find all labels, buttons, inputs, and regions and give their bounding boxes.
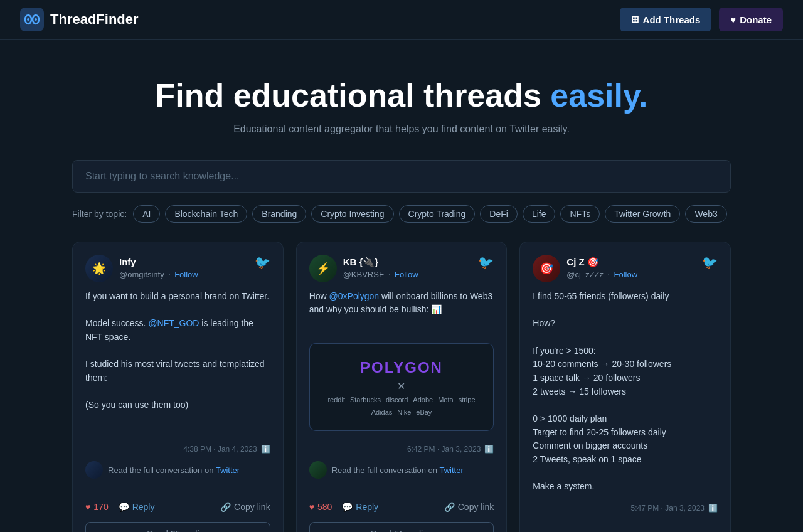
- copy-label: Copy link: [234, 502, 270, 512]
- reply-action[interactable]: 💬 Reply: [342, 502, 378, 512]
- tweet-card: ⚡ KB {🔌} @KBVRSE · Follow 🐦 How @0xPolyg…: [296, 242, 508, 532]
- tweet-image: POLYGON ✕ redditStarbucksdiscord AdobeMe…: [309, 343, 494, 431]
- convo-avatar: [85, 461, 103, 479]
- card-body: I find 50-65 friends (followers) dailyHo…: [533, 290, 718, 494]
- user-handle: @cj_zZZz: [566, 270, 604, 279]
- hero-section: Find educational threads easily. Educati…: [0, 40, 803, 160]
- polygon-logo: POLYGON: [360, 359, 443, 376]
- copy-link-action[interactable]: 🔗 Copy link: [444, 502, 494, 512]
- search-input[interactable]: [72, 160, 731, 193]
- donate-button[interactable]: ♥ Donate: [719, 8, 783, 31]
- read-convo-link[interactable]: Twitter: [439, 466, 463, 475]
- like-action[interactable]: ♥ 580: [309, 502, 332, 512]
- separator: [309, 489, 494, 489]
- search-container: [60, 160, 743, 193]
- filter-tag[interactable]: AI: [133, 205, 160, 223]
- reply-action[interactable]: 💬 Reply: [119, 502, 155, 512]
- avatar: ⚡: [309, 255, 337, 282]
- card-body: How @0xPolygon will onboard billions to …: [309, 290, 494, 332]
- user-name: Infy: [119, 257, 198, 267]
- filter-tag[interactable]: Life: [523, 205, 556, 223]
- card-actions: ♥ 170 💬 Reply 🔗 Copy link: [85, 502, 270, 512]
- add-threads-label: Add Threads: [643, 14, 701, 25]
- filter-label: Filter by topic:: [72, 209, 127, 219]
- card-timestamp: 4:38 PM · Jan 4, 2023 ℹ️: [85, 445, 270, 454]
- filter-tag[interactable]: Web3: [685, 205, 726, 223]
- heart-icon: ♥: [309, 502, 314, 512]
- avatar: 🎯: [533, 255, 560, 282]
- logo-text: ThreadFinder: [50, 11, 139, 28]
- card-user: 🌟 Infy @omgitsinfy · Follow: [85, 255, 198, 282]
- read-replies-button[interactable]: Read 25 replies: [85, 522, 270, 532]
- follow-link[interactable]: Follow: [614, 270, 637, 279]
- tweet-card: 🌟 Infy @omgitsinfy · Follow 🐦 If you wan…: [72, 242, 284, 532]
- tweet-card: 🎯 Cj Z 🎯 @cj_zZZz · Follow 🐦 I find 50-6…: [519, 242, 731, 532]
- user-info: Cj Z 🎯 @cj_zZZz · Follow: [566, 257, 637, 280]
- link-icon: 🔗: [444, 502, 455, 512]
- card-user: 🎯 Cj Z 🎯 @cj_zZZz · Follow: [533, 255, 637, 282]
- card-user: ⚡ KB {🔌} @KBVRSE · Follow: [309, 255, 418, 282]
- user-name: Cj Z 🎯: [566, 257, 637, 268]
- user-handle: @omgitsinfy: [119, 270, 164, 279]
- twitter-icon: 🐦: [255, 255, 270, 270]
- reply-icon: 💬: [342, 502, 353, 512]
- follow-link[interactable]: Follow: [174, 270, 198, 279]
- user-info: KB {🔌} @KBVRSE · Follow: [343, 257, 418, 280]
- read-replies-button[interactable]: Read 51 replies: [309, 522, 494, 532]
- card-actions: ♥ 580 💬 Reply 🔗 Copy link: [309, 502, 494, 512]
- heart-donate-icon: ♥: [730, 14, 736, 25]
- copy-label: Copy link: [458, 502, 494, 512]
- read-convo-row: Read the full conversation on Twitter: [309, 461, 494, 479]
- reply-label: Reply: [132, 502, 155, 512]
- card-header: 🌟 Infy @omgitsinfy · Follow 🐦: [85, 255, 270, 282]
- reply-label: Reply: [356, 502, 378, 512]
- card-timestamp: 6:42 PM · Jan 3, 2023 ℹ️: [309, 445, 494, 454]
- heart-icon: ♥: [85, 502, 90, 512]
- logo-icon: [20, 8, 44, 31]
- cards-grid: 🌟 Infy @omgitsinfy · Follow 🐦 If you wan…: [60, 242, 743, 532]
- read-convo-link[interactable]: Twitter: [216, 466, 240, 475]
- header-buttons: ⊞ Add Threads ♥ Donate: [620, 8, 783, 31]
- timestamp-text: 4:38 PM · Jan 4, 2023: [183, 445, 257, 454]
- info-icon: ℹ️: [708, 504, 718, 513]
- logo-area: ThreadFinder: [20, 8, 139, 31]
- filter-tags: AIBlockchain TechBrandingCrypto Investin…: [133, 205, 727, 223]
- card-timestamp: 5:47 PM · Jan 3, 2023 ℹ️: [533, 504, 718, 513]
- like-action[interactable]: ♥ 170: [85, 502, 109, 512]
- timestamp-text: 5:47 PM · Jan 3, 2023: [631, 504, 705, 513]
- read-convo-row: Read the full conversation on Twitter: [85, 461, 270, 479]
- filter-tag[interactable]: Twitter Growth: [605, 205, 680, 223]
- link-icon: 🔗: [220, 502, 231, 512]
- user-name: KB {🔌}: [343, 257, 418, 268]
- filter-tag[interactable]: Blockchain Tech: [165, 205, 247, 223]
- hero-subtitle: Educational content aggregator that help…: [13, 124, 790, 135]
- twitter-icon: 🐦: [478, 255, 494, 270]
- filter-tag[interactable]: NFTs: [560, 205, 600, 223]
- hero-title: Find educational threads easily.: [13, 77, 790, 115]
- timestamp-text: 6:42 PM · Jan 3, 2023: [407, 445, 481, 454]
- svg-point-4: [35, 18, 37, 21]
- svg-point-3: [27, 18, 29, 21]
- separator: [533, 523, 718, 523]
- like-count: 170: [93, 502, 108, 512]
- filter-tag[interactable]: Branding: [252, 205, 306, 223]
- user-info: Infy @omgitsinfy · Follow: [119, 257, 198, 280]
- card-header: 🎯 Cj Z 🎯 @cj_zZZz · Follow 🐦: [533, 255, 718, 282]
- card-body: If you want to build a personal brand on…: [85, 290, 270, 435]
- add-threads-button[interactable]: ⊞ Add Threads: [620, 8, 712, 31]
- reply-icon: 💬: [119, 502, 129, 512]
- separator: [85, 489, 270, 489]
- filter-tag[interactable]: Crypto Trading: [399, 205, 476, 223]
- filter-tag[interactable]: Crypto Investing: [311, 205, 393, 223]
- add-threads-icon: ⊞: [631, 14, 639, 25]
- info-icon: ℹ️: [484, 445, 494, 454]
- user-handle: @KBVRSE: [343, 270, 385, 279]
- filter-tag[interactable]: DeFi: [480, 205, 518, 223]
- copy-link-action[interactable]: 🔗 Copy link: [220, 502, 270, 512]
- read-convo-text: Read the full conversation on Twitter: [332, 466, 464, 475]
- donate-label: Donate: [740, 14, 772, 25]
- filter-container: Filter by topic: AIBlockchain TechBrandi…: [60, 205, 743, 223]
- twitter-icon: 🐦: [702, 255, 718, 270]
- card-header: ⚡ KB {🔌} @KBVRSE · Follow 🐦: [309, 255, 494, 282]
- follow-link[interactable]: Follow: [395, 270, 418, 279]
